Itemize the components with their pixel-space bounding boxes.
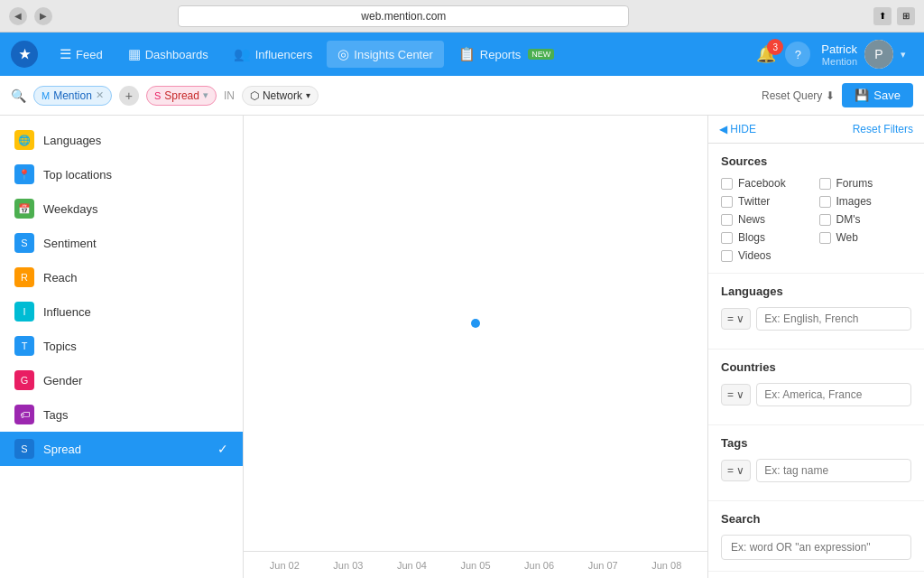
sidebar-item-weekdays[interactable]: 📅 Weekdays: [0, 191, 243, 226]
languages-input[interactable]: [756, 307, 911, 331]
nav-feed-label: Feed: [76, 48, 103, 61]
sidebar-item-languages[interactable]: 🌐 Languages: [0, 123, 243, 157]
source-blogs[interactable]: Blogs: [721, 231, 814, 244]
forums-label: Forums: [836, 177, 873, 190]
reset-query-label: Reset Query: [762, 89, 822, 102]
sidebar-item-top-locations[interactable]: 📍 Top locations: [0, 157, 243, 191]
hide-button[interactable]: ◀ HIDE: [719, 123, 756, 135]
source-videos[interactable]: Videos: [721, 249, 814, 262]
reports-icon: 📋: [458, 46, 476, 62]
nav-insights-label: Insights Center: [354, 48, 432, 61]
sidebar-languages-label: Languages: [43, 134, 101, 147]
spread-chip[interactable]: S Spread ▾: [146, 86, 217, 106]
search-section: Search: [708, 501, 924, 572]
sidebar-influence-label: Influence: [43, 305, 91, 319]
user-menu[interactable]: Patrick Mention P ▾: [814, 36, 913, 72]
dms-checkbox[interactable]: [819, 214, 831, 226]
user-sub: Mention: [821, 56, 857, 67]
source-facebook[interactable]: Facebook: [721, 177, 814, 190]
nav-dashboards-label: Dashboards: [145, 48, 208, 61]
x-label-6: Jun 08: [634, 560, 698, 571]
x-label-2: Jun 04: [380, 560, 444, 571]
tags-input[interactable]: [756, 459, 911, 482]
tags-section: Tags = ∨: [708, 425, 924, 501]
mention-chip[interactable]: M Mention ✕: [33, 86, 112, 106]
help-button[interactable]: ?: [785, 42, 810, 67]
search-input[interactable]: [721, 535, 911, 560]
tags-icon: 🏷: [14, 405, 34, 424]
facebook-checkbox[interactable]: [721, 178, 733, 190]
sidebar-gender-label: Gender: [43, 374, 82, 387]
mention-chip-close[interactable]: ✕: [96, 89, 104, 101]
reset-query-button[interactable]: Reset Query ⬇: [762, 89, 835, 102]
reset-filters-button[interactable]: Reset Filters: [853, 123, 913, 135]
web-checkbox[interactable]: [819, 232, 831, 244]
sentiments-status-section: Sentiments Neutral Positive Negative: [708, 572, 924, 578]
sidebar-item-gender[interactable]: G Gender: [0, 363, 243, 397]
countries-input[interactable]: [756, 383, 911, 406]
back-button[interactable]: ◀: [9, 7, 27, 25]
network-chip[interactable]: ⬡ Network ▾: [242, 86, 319, 106]
sources-section: Sources Facebook Forums Twitter Images: [708, 144, 924, 274]
download-icon: ⬇: [826, 89, 835, 102]
sidebar-top-locations-label: Top locations: [43, 168, 112, 182]
blogs-checkbox[interactable]: [721, 232, 733, 244]
top-locations-icon: 📍: [14, 164, 34, 184]
x-label-4: Jun 06: [507, 560, 571, 571]
nav-influencers[interactable]: 👥 Influencers: [223, 41, 324, 68]
sidebar-sentiment-label: Sentiment: [43, 237, 97, 250]
images-checkbox[interactable]: [819, 196, 831, 208]
left-sidebar: 🌐 Languages 📍 Top locations 📅 Weekdays S…: [0, 116, 244, 578]
save-button[interactable]: 💾 Save: [842, 83, 913, 107]
source-news[interactable]: News: [721, 213, 814, 226]
languages-operator[interactable]: = ∨: [721, 308, 751, 330]
add-filter-button[interactable]: +: [119, 86, 139, 106]
nav-insights[interactable]: ◎ Insights Center: [327, 41, 443, 68]
source-dms[interactable]: DM's: [819, 213, 912, 226]
sidebar-item-tags[interactable]: 🏷 Tags: [0, 397, 243, 432]
news-checkbox[interactable]: [721, 214, 733, 226]
source-twitter[interactable]: Twitter: [721, 195, 814, 208]
sidebar-item-topics[interactable]: T Topics: [0, 329, 243, 363]
dashboards-icon: ▦: [128, 46, 141, 62]
nav-dashboards[interactable]: ▦ Dashboards: [117, 41, 219, 68]
network-chevron-icon: ▾: [306, 90, 310, 100]
search-icon: 🔍: [11, 89, 26, 103]
countries-operator[interactable]: = ∨: [721, 384, 751, 406]
sidebar-weekdays-label: Weekdays: [43, 202, 97, 216]
user-avatar: P: [864, 40, 893, 69]
x-label-5: Jun 07: [571, 560, 635, 571]
source-forums[interactable]: Forums: [819, 177, 912, 190]
new-tab-button[interactable]: ⊞: [897, 7, 915, 25]
share-button[interactable]: ⬆: [873, 7, 892, 25]
address-bar[interactable]: web.mention.com: [178, 5, 629, 27]
sidebar-item-reach[interactable]: R Reach: [0, 260, 243, 294]
forums-checkbox[interactable]: [819, 178, 831, 190]
videos-label: Videos: [738, 249, 771, 262]
sidebar-item-spread[interactable]: S Spread ✓: [0, 432, 243, 466]
source-web[interactable]: Web: [819, 231, 912, 244]
videos-checkbox[interactable]: [721, 250, 733, 262]
save-icon: 💾: [855, 89, 869, 102]
nav-feed[interactable]: ☰ Feed: [49, 41, 114, 68]
tags-title: Tags: [721, 436, 911, 450]
x-label-3: Jun 05: [444, 560, 508, 571]
tags-operator[interactable]: = ∨: [721, 460, 751, 481]
sidebar-item-influence[interactable]: I Influence: [0, 294, 243, 329]
forward-button[interactable]: ▶: [34, 7, 52, 25]
twitter-checkbox[interactable]: [721, 196, 733, 208]
source-images[interactable]: Images: [819, 195, 912, 208]
network-icon: ⬡: [250, 89, 259, 102]
feed-icon: ☰: [60, 46, 71, 62]
loading-indicator: [471, 319, 480, 328]
app-logo[interactable]: ★: [11, 41, 38, 68]
weekdays-icon: 📅: [14, 199, 34, 219]
spread-chip-close: ▾: [203, 89, 208, 101]
notification-bell[interactable]: 🔔 3: [756, 44, 776, 64]
languages-section: Languages = ∨: [708, 274, 924, 350]
reach-icon: R: [14, 267, 34, 287]
chevron-down-icon: ▾: [901, 49, 906, 61]
sidebar-reach-label: Reach: [43, 271, 78, 284]
sidebar-item-sentiment[interactable]: S Sentiment: [0, 226, 243, 260]
nav-reports[interactable]: 📋 Reports NEW: [448, 41, 566, 68]
